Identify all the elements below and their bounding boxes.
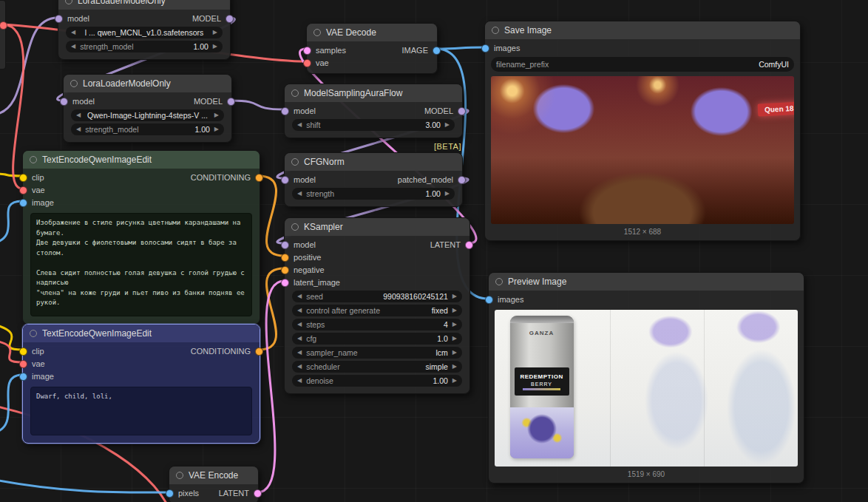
node-vae-encode[interactable]: VAE Encode pixels LATENT (169, 466, 259, 502)
next-arrow-icon[interactable]: ▶ (452, 308, 457, 313)
output-slot-model[interactable] (458, 107, 466, 115)
collapse-icon[interactable] (495, 278, 503, 285)
decrement-arrow-icon[interactable]: ◀ (297, 336, 302, 342)
input-slot-samples[interactable] (303, 47, 311, 55)
strength-model-widget[interactable]: ◀ strength_model 1.00 ▶ (71, 123, 224, 135)
output-slot-model[interactable] (226, 15, 234, 23)
collapse-icon[interactable] (30, 156, 37, 163)
decrement-arrow-icon[interactable]: ◀ (297, 378, 302, 384)
increment-arrow-icon[interactable]: ▶ (452, 322, 457, 328)
decrement-arrow-icon[interactable]: ◀ (297, 294, 302, 299)
node-header[interactable]: TextEncodeQwenImageEdit (23, 151, 260, 169)
node-text-encode-negative[interactable]: TextEncodeQwenImageEdit clip CONDITIONIN… (22, 324, 260, 444)
prev-arrow-icon[interactable]: ◀ (297, 350, 302, 356)
decrement-arrow-icon[interactable]: ◀ (297, 322, 302, 328)
input-slot-positive[interactable] (281, 254, 289, 262)
node-header[interactable]: Preview Image (489, 273, 804, 291)
prompt-textarea[interactable]: Dwarf, child, loli, (30, 387, 252, 435)
input-slot-image[interactable] (19, 373, 27, 381)
output-slot-image[interactable] (433, 47, 441, 55)
node-header[interactable]: CFGNorm (285, 153, 462, 171)
collapse-icon[interactable] (30, 330, 37, 337)
next-arrow-icon[interactable]: ▶ (452, 350, 457, 356)
increment-arrow-icon[interactable]: ▶ (213, 44, 217, 50)
lora-name-combo[interactable]: ◀ l ... qwen_MCNL_v1.0.safetensors ▶ (66, 27, 223, 38)
prompt-textarea[interactable]: Изображение в стиле рисунка цветными кар… (30, 213, 252, 316)
input-slot-clip[interactable] (19, 347, 27, 356)
next-arrow-icon[interactable]: ▶ (452, 364, 457, 370)
input-slot-model[interactable] (55, 15, 63, 23)
denoise-widget[interactable]: ◀ denoise 1.00 ▶ (292, 375, 462, 387)
input-slot-images[interactable] (485, 296, 493, 304)
node-header[interactable]: KSampler (285, 218, 469, 236)
collapse-icon[interactable] (291, 89, 299, 97)
decrement-arrow-icon[interactable]: ◀ (297, 191, 302, 197)
next-arrow-icon[interactable]: ▶ (214, 112, 219, 118)
input-slot-images[interactable] (481, 44, 489, 52)
input-slot-model[interactable] (281, 176, 289, 184)
input-slot-vae[interactable] (19, 360, 27, 368)
output-image-preview[interactable]: GANZA REDEMPTION BERRY (495, 310, 798, 467)
input-slot-model[interactable] (281, 107, 289, 115)
steps-widget[interactable]: ◀ steps 4 ▶ (292, 319, 462, 330)
output-slot-latent[interactable] (254, 489, 262, 498)
output-slot-latent[interactable] (465, 241, 473, 249)
node-header[interactable]: LoraLoaderModelOnly (58, 0, 230, 10)
node-save-image[interactable]: Save Image images filename_prefix ComfyU… (484, 21, 801, 241)
input-slot-negative[interactable] (281, 266, 289, 274)
input-slot-vae[interactable] (303, 59, 311, 67)
node-text-encode-positive[interactable]: TextEncodeQwenImageEdit clip CONDITIONIN… (22, 150, 260, 325)
output-image-preview[interactable]: Quen 18 (491, 76, 794, 224)
increment-arrow-icon[interactable]: ▶ (452, 378, 457, 384)
node-header[interactable]: LoraLoaderModelOnly (64, 75, 231, 92)
node-ksampler[interactable]: KSampler model LATENT positive negative … (284, 217, 470, 394)
shift-widget[interactable]: ◀ shift 3.00 ▶ (292, 119, 455, 131)
node-lora-loader-2[interactable]: LoraLoaderModelOnly model MODEL ◀ Qwen-I… (63, 74, 232, 143)
node-header[interactable]: ModelSamplingAuraFlow (285, 84, 462, 102)
filename-prefix-input[interactable]: filename_prefix ComfyUI (491, 57, 794, 72)
cfg-widget[interactable]: ◀ cfg 1.0 ▶ (292, 333, 462, 345)
decrement-arrow-icon[interactable]: ◀ (76, 126, 81, 132)
node-model-sampling-auraflow[interactable]: ModelSamplingAuraFlow model MODEL ◀ shif… (284, 84, 463, 138)
node-header[interactable]: VAE Encode (169, 467, 258, 484)
collapse-icon[interactable] (313, 29, 321, 36)
collapse-icon[interactable] (291, 223, 299, 231)
prev-arrow-icon[interactable]: ◀ (71, 30, 75, 35)
input-slot-model[interactable] (60, 98, 68, 106)
increment-arrow-icon[interactable]: ▶ (445, 122, 450, 128)
output-slot-conditioning[interactable] (255, 174, 263, 182)
input-slot-vae[interactable] (19, 186, 27, 194)
output-slot-patched-model[interactable] (458, 176, 466, 184)
output-slot-conditioning[interactable] (255, 347, 263, 356)
control-after-generate-widget[interactable]: ◀ control after generate fixed ▶ (292, 305, 462, 316)
sampler-name-widget[interactable]: ◀ sampler_name lcm ▶ (292, 347, 462, 359)
increment-arrow-icon[interactable]: ▶ (445, 191, 450, 197)
node-preview-image[interactable]: Preview Image images GANZA REDEMPTION BE… (488, 272, 804, 484)
increment-arrow-icon[interactable]: ▶ (214, 126, 219, 132)
collapse-icon[interactable] (176, 472, 183, 479)
prev-arrow-icon[interactable]: ◀ (297, 364, 302, 370)
node-vae-decode[interactable]: VAE Decode samples IMAGE vae (306, 23, 438, 74)
collapse-icon[interactable] (291, 158, 299, 166)
collapse-icon[interactable] (70, 80, 78, 87)
prev-arrow-icon[interactable]: ◀ (297, 308, 302, 313)
increment-arrow-icon[interactable]: ▶ (452, 336, 457, 342)
seed-widget[interactable]: ◀ seed 990938160245121 ▶ (292, 291, 462, 302)
decrement-arrow-icon[interactable]: ◀ (297, 122, 302, 128)
output-slot-model[interactable] (227, 98, 235, 106)
node-header[interactable]: TextEncodeQwenImageEdit (23, 325, 260, 342)
strength-model-widget[interactable]: ◀ strength_model 1.00 ▶ (66, 41, 223, 52)
decrement-arrow-icon[interactable]: ◀ (71, 44, 75, 50)
lora-name-combo[interactable]: ◀ Qwen-Image-Lightning-4steps-V ... ▶ (71, 109, 224, 121)
input-slot-image[interactable] (19, 199, 27, 207)
increment-arrow-icon[interactable]: ▶ (452, 294, 457, 299)
input-slot-pixels[interactable] (166, 489, 174, 498)
collapse-icon[interactable] (65, 0, 72, 4)
node-header[interactable]: VAE Decode (307, 24, 437, 41)
input-slot-clip[interactable] (19, 174, 27, 182)
input-slot-latent-image[interactable] (281, 279, 289, 287)
scheduler-widget[interactable]: ◀ scheduler simple ▶ (292, 361, 462, 373)
input-slot-model[interactable] (281, 241, 289, 249)
node-lora-loader-1[interactable]: LoraLoaderModelOnly model MODEL ◀ l ... … (58, 0, 231, 60)
node-graph-canvas[interactable]: LoraLoaderModelOnly model MODEL ◀ l ... … (0, 0, 868, 502)
